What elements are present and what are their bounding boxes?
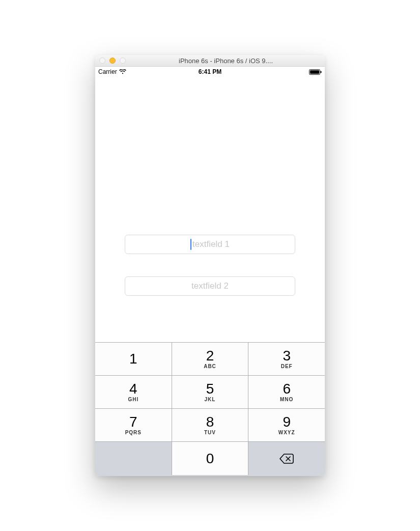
- content-area: textfield 1 textfield 2: [95, 77, 325, 343]
- key-0[interactable]: 0: [172, 442, 249, 475]
- window-titlebar: iPhone 6s - iPhone 6s / iOS 9....: [95, 55, 325, 67]
- key-7[interactable]: 7PQRS: [95, 409, 172, 442]
- key-9[interactable]: 9WXYZ: [248, 409, 325, 442]
- key-backspace[interactable]: [248, 442, 325, 475]
- phone-screen: Carrier 6:41 PM textfield 1: [95, 67, 325, 476]
- textfield-1-placeholder: textfield 1: [192, 239, 230, 249]
- key-2[interactable]: 2ABC: [172, 343, 249, 376]
- backspace-icon: [279, 454, 294, 464]
- textfield-2[interactable]: textfield 2: [125, 276, 295, 296]
- key-8[interactable]: 8TUV: [172, 409, 249, 442]
- window-zoom-button[interactable]: [120, 58, 126, 64]
- window-minimize-button[interactable]: [109, 58, 116, 64]
- status-bar: Carrier 6:41 PM: [95, 67, 325, 77]
- simulator-window: iPhone 6s - iPhone 6s / iOS 9.... Carrie…: [95, 55, 325, 476]
- window-title: iPhone 6s - iPhone 6s / iOS 9....: [131, 57, 321, 65]
- text-cursor: [190, 239, 191, 250]
- textfield-1[interactable]: textfield 1: [125, 235, 295, 254]
- number-pad: 1 2ABC 3DEF 4GHI 5JKL 6MNO 7PQRS 8TUV 9W…: [95, 342, 325, 476]
- key-4[interactable]: 4GHI: [95, 376, 172, 409]
- key-3[interactable]: 3DEF: [248, 343, 325, 376]
- key-blank: [95, 442, 172, 475]
- textfield-2-placeholder: textfield 2: [191, 281, 229, 291]
- key-6[interactable]: 6MNO: [248, 376, 325, 409]
- clock-label: 6:41 PM: [95, 68, 325, 75]
- key-5[interactable]: 5JKL: [172, 376, 249, 409]
- window-close-button[interactable]: [99, 58, 105, 64]
- key-1[interactable]: 1: [95, 343, 172, 376]
